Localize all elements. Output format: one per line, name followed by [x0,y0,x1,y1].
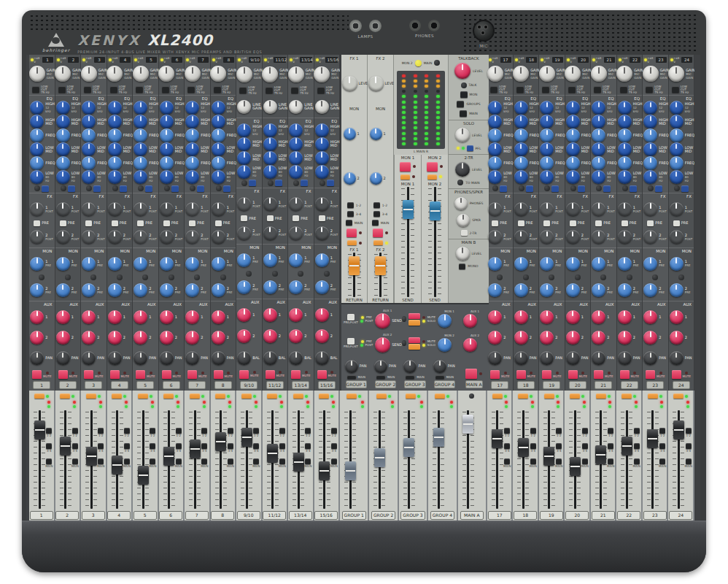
low-cut-button[interactable] [291,87,298,93]
eq-high-mid-knob[interactable] [643,115,657,128]
fx2-send-knob[interactable] [618,230,632,244]
fx-to-mon2-knob[interactable] [344,172,356,185]
route-1-2-button[interactable] [556,428,562,434]
eq-high-mid-knob[interactable] [237,137,251,151]
fx-pre-button[interactable] [655,185,662,192]
fx-route-main-button[interactable] [346,220,352,226]
aux-send-knob[interactable] [375,337,390,353]
two-track-level-knob[interactable] [455,162,470,177]
fx1-send-knob[interactable] [643,202,657,216]
group-to-main-button[interactable] [435,375,444,379]
eq-high-knob[interactable] [237,123,251,137]
eq-freq-knob[interactable] [670,128,684,142]
eq-freq-knob[interactable] [514,128,528,142]
route-1-2-button[interactable] [634,428,640,434]
mute-button[interactable] [214,370,223,379]
group-pan-knob[interactable] [433,360,446,373]
eq-low-mid-knob[interactable] [263,151,277,165]
eq-freq-knob[interactable] [566,128,580,142]
gain-knob[interactable] [107,66,123,82]
eq-high-knob[interactable] [30,101,44,115]
mute-button[interactable] [620,370,630,379]
eq-freq-knob[interactable] [108,156,122,170]
gain-knob[interactable] [133,66,149,82]
mon-solo-button[interactable] [427,174,437,180]
aux2-send-knob[interactable] [263,329,277,343]
low-cut-button[interactable] [32,86,39,93]
channel-fader-cap[interactable] [403,438,414,457]
route-main-button[interactable] [634,458,640,464]
eq-freq-knob[interactable] [212,128,225,142]
fx2-send-knob[interactable] [566,230,580,244]
eq-low-knob[interactable] [56,170,70,184]
mon1-send-knob[interactable] [488,257,502,271]
mute-button[interactable] [162,370,171,379]
mon1-send-knob[interactable] [540,257,554,271]
route-1-2-button[interactable] [305,428,311,434]
pan-knob[interactable] [56,351,70,365]
gain-knob[interactable] [591,66,607,82]
pan-knob[interactable] [237,351,251,365]
phones-two-track-button[interactable] [461,230,468,236]
route-3-4-button[interactable] [530,443,536,449]
gain-knob[interactable] [668,66,684,82]
eq-low-knob[interactable] [540,170,554,184]
gain-knob[interactable] [29,66,45,82]
channel-fader-cap[interactable] [112,456,123,474]
pre-button[interactable] [85,220,92,226]
aux1-send-knob[interactable] [315,308,329,322]
eq-low-mid-knob[interactable] [514,142,528,156]
eq-low-knob[interactable] [566,170,580,184]
solo-button[interactable] [570,393,580,399]
gain-knob[interactable] [643,66,659,82]
fx2-send-knob[interactable] [540,230,554,244]
mute-button[interactable] [239,370,249,379]
channel-fader-cap[interactable] [647,429,658,448]
low-cut-button[interactable] [490,86,497,93]
eq-high-knob[interactable] [488,101,502,115]
fx2-send-knob[interactable] [488,230,502,244]
fx1-send-knob[interactable] [566,202,580,216]
fx2-send-knob[interactable] [133,230,147,244]
channel-fader-cap[interactable] [492,429,503,448]
solo-button[interactable] [406,393,416,399]
eq-low-knob[interactable] [592,170,605,184]
gain-knob[interactable] [565,66,581,82]
eq-low-mid-knob[interactable] [82,142,96,156]
pre-button[interactable] [570,220,576,226]
pre-button[interactable] [595,220,602,226]
eq-low-mid-knob[interactable] [670,142,684,156]
channel-fader-cap[interactable] [595,445,606,464]
eq-freq-knob[interactable] [185,156,199,170]
aux1-send-knob[interactable] [56,310,70,324]
eq-low-knob[interactable] [618,170,632,184]
pan-knob[interactable] [185,351,199,365]
fx-pre-button[interactable] [301,180,308,186]
fx2-send-knob[interactable] [514,230,528,244]
aux2-send-knob[interactable] [592,331,605,345]
eq-high-knob[interactable] [263,123,277,137]
low-cut-button[interactable] [162,86,169,93]
aux1-send-knob[interactable] [618,310,632,324]
mon1-send-knob[interactable] [56,257,70,271]
route-1-2-button[interactable] [659,428,665,434]
eq-low-knob[interactable] [30,170,44,184]
pan-knob[interactable] [108,351,122,365]
gain-knob[interactable] [314,66,330,82]
gain-knob[interactable] [210,66,226,82]
fx1-send-knob[interactable] [488,202,502,216]
talkback-to-groups-button[interactable] [457,101,464,107]
mon1-send-knob[interactable] [237,253,251,267]
gain-knob[interactable] [55,66,71,82]
eq-high-mid-knob[interactable] [540,115,554,128]
pre-button[interactable] [647,220,654,226]
eq-low-knob[interactable] [643,170,657,184]
fx-solo-button[interactable] [373,240,383,245]
mon2-send-knob[interactable] [133,283,147,297]
eq-high-knob[interactable] [618,101,632,115]
mute-button[interactable] [84,370,93,379]
mon2-send-knob[interactable] [237,280,251,294]
route-main-button[interactable] [176,458,182,464]
eq-high-knob[interactable] [566,101,580,115]
solo-button[interactable] [673,393,684,399]
